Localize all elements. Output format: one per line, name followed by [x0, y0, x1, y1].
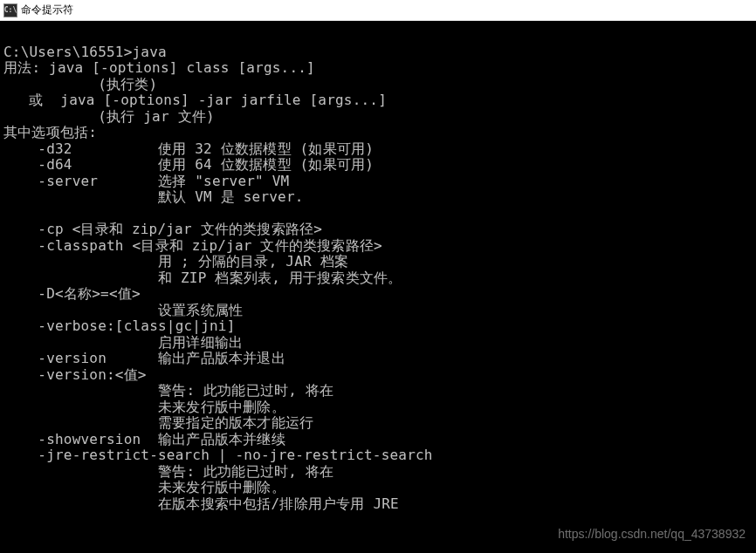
window-title-bar[interactable]: C:\ 命令提示符 — [0, 0, 756, 21]
watermark-text: https://blog.csdn.net/qq_43738932 — [558, 527, 746, 541]
window-title: 命令提示符 — [21, 3, 73, 17]
cmd-icon: C:\ — [3, 3, 17, 17]
terminal-output: C:\Users\16551>java 用法: java [-options] … — [3, 28, 753, 512]
terminal-area[interactable]: C:\Users\16551>java 用法: java [-options] … — [0, 21, 756, 553]
